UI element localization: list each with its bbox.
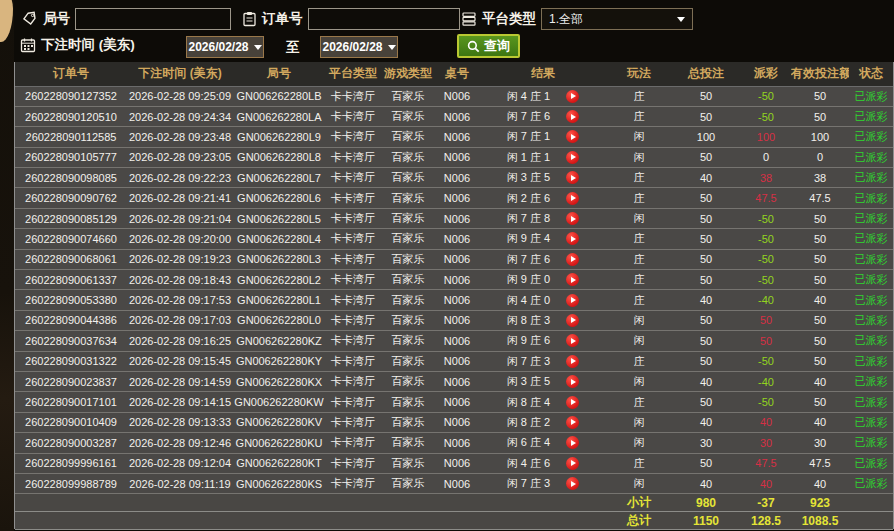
video-play-icon[interactable] (566, 273, 579, 286)
payout-cell: -50 (741, 249, 791, 269)
result-cell: 闲 2 庄 6 (479, 188, 607, 208)
table-no-cell: N006 (435, 229, 479, 249)
empty-cell (849, 494, 893, 512)
platform-cell: 卡卡湾厅 (325, 331, 381, 351)
payout-cell: -50 (741, 270, 791, 290)
time-cell: 2026-02-28 09:21:04 (127, 208, 233, 228)
payout-cell: -50 (741, 229, 791, 249)
header-bet-time: 下注时间 (美东) (127, 62, 233, 86)
video-play-icon[interactable] (566, 151, 579, 164)
result-content: 闲 7 庄 1 (480, 129, 606, 144)
header-payout: 派彩 (741, 62, 791, 86)
order-no-input[interactable] (308, 8, 460, 30)
video-play-icon[interactable] (566, 375, 579, 388)
video-play-icon[interactable] (566, 212, 579, 225)
search-button[interactable]: 查询 (457, 34, 520, 58)
platform-cell: 卡卡湾厅 (325, 106, 381, 126)
play-cell: 庄 (607, 106, 671, 126)
result-content: 闲 7 庄 3 (480, 476, 606, 491)
payout-cell: 50 (741, 331, 791, 351)
video-play-icon[interactable] (566, 334, 579, 347)
valid-bet-cell: 50 (791, 208, 849, 228)
video-play-icon[interactable] (566, 294, 579, 307)
video-play-icon[interactable] (566, 171, 579, 184)
game-type-cell: 百家乐 (381, 229, 435, 249)
video-play-icon[interactable] (566, 416, 579, 429)
order-cell: 260228090085129 (15, 208, 127, 228)
table-row: 2602280900443862026-02-28 09:17:03GN0062… (15, 310, 893, 330)
platform-cell: 卡卡湾厅 (325, 412, 381, 432)
date-from-picker[interactable]: 2026/02/28 (186, 36, 264, 58)
table-no-cell: N006 (435, 270, 479, 290)
video-play-icon[interactable] (566, 436, 579, 449)
game-no-cell: GN006262280KT (233, 453, 325, 473)
game-no-cell: GN006262280LA (233, 106, 325, 126)
table-row: 2602280901273522026-02-28 09:25:09GN0062… (15, 86, 893, 106)
status-cell: 已派彩 (849, 351, 893, 371)
order-cell: 260228090044386 (15, 310, 127, 330)
empty-cell (381, 512, 435, 530)
time-cell: 2026-02-28 09:25:09 (127, 86, 233, 106)
result-content: 闲 9 庄 4 (480, 231, 606, 246)
video-play-icon[interactable] (566, 130, 579, 143)
records-table: 订单号 下注时间 (美东) 局号 平台类型 游戏类型 桌号 结果 玩法 总投注 … (15, 62, 893, 530)
video-play-icon[interactable] (566, 396, 579, 409)
game-no-cell: GN006262280KV (233, 412, 325, 432)
status-cell: 已派彩 (849, 147, 893, 167)
game-no-cell: GN006262280L7 (233, 168, 325, 188)
empty-cell (435, 512, 479, 530)
game-type-cell: 百家乐 (381, 188, 435, 208)
platform-cell: 卡卡湾厅 (325, 168, 381, 188)
video-play-icon[interactable] (566, 457, 579, 470)
game-no-filter: 局号 (22, 8, 231, 30)
summary-payout-cell: 128.5 (741, 512, 791, 530)
empty-cell (435, 494, 479, 512)
date-to-picker[interactable]: 2026/02/28 (320, 36, 398, 58)
filter-bar: 局号 订单号 平台类型 1.全部 下注时间 (美东) 2026/02/28 至 … (14, 0, 894, 62)
video-play-icon[interactable] (566, 192, 579, 205)
video-play-icon[interactable] (566, 110, 579, 123)
empty-cell (849, 512, 893, 530)
payout-cell: 38 (741, 168, 791, 188)
video-play-icon[interactable] (566, 90, 579, 103)
status-cell: 已派彩 (849, 310, 893, 330)
records-table-container: 订单号 下注时间 (美东) 局号 平台类型 游戏类型 桌号 结果 玩法 总投注 … (14, 62, 894, 529)
video-play-icon[interactable] (566, 477, 579, 490)
time-cell: 2026-02-28 09:22:23 (127, 168, 233, 188)
game-type-cell: 百家乐 (381, 310, 435, 330)
result-text: 闲 9 庄 0 (507, 272, 550, 287)
game-type-cell: 百家乐 (381, 270, 435, 290)
order-cell: 260228090061337 (15, 270, 127, 290)
result-text: 闲 3 庄 5 (507, 170, 550, 185)
summary-payout-cell: -37 (741, 494, 791, 512)
order-cell: 260228090074660 (15, 229, 127, 249)
result-text: 闲 7 庄 6 (507, 252, 550, 267)
platform-cell: 卡卡湾厅 (325, 86, 381, 106)
total-bet-cell: 40 (671, 412, 741, 432)
time-cell: 2026-02-28 09:24:34 (127, 106, 233, 126)
video-play-icon[interactable] (566, 314, 579, 327)
result-text: 闲 7 庄 1 (507, 129, 550, 144)
empty-cell (479, 512, 607, 530)
play-cell: 庄 (607, 188, 671, 208)
game-no-input[interactable] (75, 8, 231, 30)
play-cell: 庄 (607, 290, 671, 310)
play-cell: 闲 (607, 127, 671, 147)
header-platform-type: 平台类型 (325, 62, 381, 86)
video-play-icon[interactable] (566, 253, 579, 266)
platform-cell: 卡卡湾厅 (325, 473, 381, 493)
payout-cell: 30 (741, 433, 791, 453)
platform-cell: 卡卡湾厅 (325, 351, 381, 371)
game-type-cell: 百家乐 (381, 473, 435, 493)
game-no-cell: GN006262280L3 (233, 249, 325, 269)
table-no-cell: N006 (435, 453, 479, 473)
table-row: 2602280900980852026-02-28 09:22:23GN0062… (15, 168, 893, 188)
time-cell: 2026-02-28 09:17:03 (127, 310, 233, 330)
video-play-icon[interactable] (566, 232, 579, 245)
empty-cell (233, 512, 325, 530)
play-cell: 闲 (607, 433, 671, 453)
play-cell: 庄 (607, 270, 671, 290)
video-play-icon[interactable] (566, 355, 579, 368)
result-text: 闲 8 庄 2 (507, 415, 550, 430)
platform-type-select[interactable]: 1.全部 (541, 8, 693, 30)
